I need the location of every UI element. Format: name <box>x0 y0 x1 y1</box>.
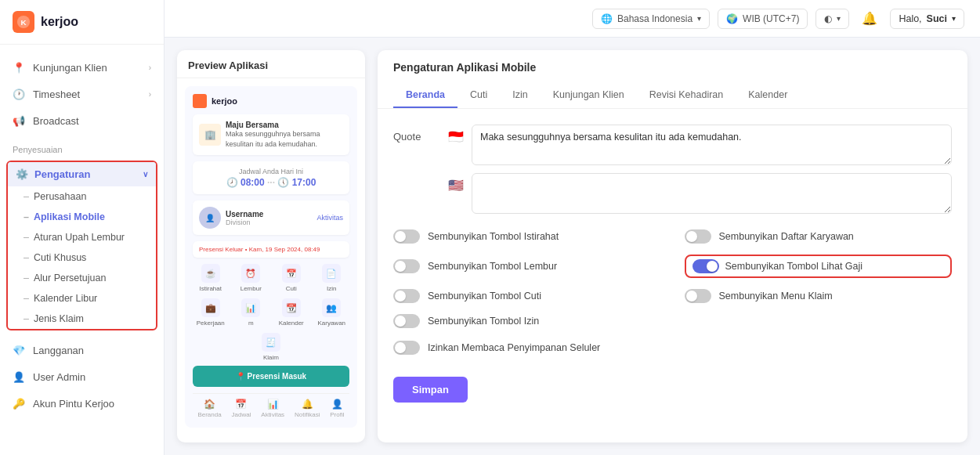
toggle-label: Sembunyikan Menu Klaim <box>719 291 833 302</box>
sidebar-logo: K kerjoo <box>0 0 164 45</box>
sub-item-label: Aturan Upah Lembur <box>34 232 125 243</box>
toggle-label: Sembunyikan Tombol Lihat Gaji <box>725 261 863 272</box>
settings-panel: Pengaturan Aplikasi Mobile Beranda Cuti … <box>378 50 967 442</box>
tab-izin[interactable]: Izin <box>500 83 540 108</box>
menu-label: Istirahat <box>200 285 222 292</box>
tab-kunjungan-klien[interactable]: Kunjungan Klien <box>541 83 637 108</box>
timezone-selector[interactable]: 🌍 WIB (UTC+7) <box>718 9 808 29</box>
bottom-nav-label: Beranda <box>197 411 221 418</box>
sidebar-item-label: Broadcast <box>33 115 79 127</box>
username-text: Suci <box>927 13 947 24</box>
toggle-label: Sembunyikan Tombol Cuti <box>428 291 541 302</box>
bottom-nav-beranda: 🏠 Beranda <box>197 399 221 418</box>
bottom-nav-profil: 👤 Profil <box>330 399 344 418</box>
quote-row-en: 🇺🇸 <box>393 173 952 214</box>
sidebar-item-langganan[interactable]: 💎 Langganan <box>0 337 164 363</box>
svg-text:K: K <box>20 18 27 27</box>
notification-button[interactable]: 🔔 <box>857 6 882 31</box>
klaim-section: 🧾 Klaim <box>193 333 349 361</box>
schedule-label: Jadwal Anda Hari Ini <box>199 168 343 175</box>
id-flag-icon: 🇮🇩 <box>448 129 464 144</box>
sidebar-sub-cuti-khusus[interactable]: Cuti Khusus <box>8 247 156 268</box>
toggle-istirahat-switch[interactable] <box>393 229 420 244</box>
menu-label: Lembur <box>240 285 262 292</box>
preview-banner-content: Maju Bersama Maka sesungguhnya bersama k… <box>226 121 343 149</box>
preview-menu-kalender: 📆 Kalender <box>273 298 309 327</box>
schedule-dots: ··· <box>267 177 277 188</box>
kalender-icon: 📆 <box>282 298 301 317</box>
section-label: Penyesuaian <box>0 139 164 157</box>
toggle-lihat-gaji-switch[interactable] <box>693 259 719 273</box>
sidebar-sub-perusahaan[interactable]: Perusahaan <box>8 186 156 207</box>
phone-preview: kerjoo 🏢 Maju Bersama Maka sesungguhnya … <box>185 86 357 428</box>
preview-aktivitas[interactable]: Aktivitas <box>316 214 343 222</box>
sidebar-sub-kalender-libur[interactable]: Kalender Libur <box>8 288 156 309</box>
location-icon: 📍 <box>13 61 25 74</box>
key-icon: 🔑 <box>13 397 25 410</box>
sidebar-navigation: 📍 Kunjungan Klien › 🕐 Timesheet › 📢 Broa… <box>0 45 164 455</box>
sidebar-item-label: Langganan <box>33 345 84 356</box>
sidebar-item-label: Akun Pintu Kerjoo <box>33 398 114 410</box>
toggle-daftar-karyawan-switch[interactable] <box>685 229 711 244</box>
preview-banner-icon: 🏢 <box>199 124 221 146</box>
en-flag-icon: 🇺🇸 <box>448 178 464 193</box>
chevron-right-icon: › <box>149 90 151 99</box>
preview-menu-istirahat: ☕ Istirahat <box>193 264 229 292</box>
settings-body: Quote 🇮🇩 Maka sesungguhnya bersama kesul… <box>378 109 967 442</box>
toggle-penyimpanan-switch[interactable] <box>393 341 420 355</box>
chevron-down-icon: ∨ <box>143 170 148 179</box>
sidebar-item-timesheet[interactable]: 🕐 Timesheet › <box>0 81 164 107</box>
gear-icon: ⚙️ <box>16 168 28 180</box>
sidebar-sub-alur-persetujuan[interactable]: Alur Persetujuan <box>8 268 156 288</box>
chevron-right-icon: › <box>149 63 151 72</box>
home-icon: 🏠 <box>204 399 215 410</box>
user-menu[interactable]: Halo, Suci ▾ <box>890 9 964 29</box>
preview-menu-absensi: 📊 m <box>233 298 269 327</box>
preview-banner-text: Maka sesungguhnya bersama kesulitan itu … <box>226 129 343 149</box>
sidebar-item-akun-pintu[interactable]: 🔑 Akun Pintu Kerjoo <box>0 390 164 417</box>
bottom-nav-notifikasi: 🔔 Notifikasi <box>295 399 320 418</box>
globe-icon: 🌍 <box>726 13 738 24</box>
tab-revisi-kehadiran[interactable]: Revisi Kehadiran <box>637 83 736 108</box>
checkin-label: Presensi Masuk <box>248 372 307 381</box>
preview-menu-grid-1: ☕ Istirahat ⏰ Lembur 📅 Cuti 📄 <box>193 264 349 292</box>
preview-banner-title: Maju Bersama <box>226 121 343 129</box>
preview-menu-grid-2: 💼 Pekerjaan 📊 m 📆 Kalender 👥 <box>193 298 349 327</box>
toggle-sembunyikan-izin: Sembunyikan Tombol Izin <box>393 314 661 328</box>
toggle-label: Izinkan Membaca Penyimpanan Seluler <box>428 342 600 353</box>
preview-menu-lembur: ⏰ Lembur <box>233 264 269 292</box>
save-button[interactable]: Simpan <box>393 377 468 403</box>
toggle-cuti-switch[interactable] <box>393 289 420 303</box>
penyesuaian-section: Penyesuaian ⚙️ Pengaturan ∨ Perusahaan A… <box>0 139 164 330</box>
settings-tabs: Beranda Cuti Izin Kunjungan Klien Revisi… <box>393 83 952 108</box>
kerjoo-logo-icon: K <box>13 11 34 33</box>
preview-presensi-bar: Presensi Keluar • Kam, 19 Sep 2024, 08:4… <box>193 241 349 258</box>
klaim-icon: 🧾 <box>262 333 280 352</box>
preview-logo-text: kerjoo <box>212 96 237 106</box>
sidebar-sub-aplikasi-mobile[interactable]: Aplikasi Mobile <box>8 207 156 227</box>
toggle-sembunyikan-lembur: Sembunyikan Tombol Lembur <box>393 255 661 278</box>
sidebar-sub-aturan-upah[interactable]: Aturan Upah Lembur <box>8 227 156 247</box>
preview-avatar: 👤 <box>199 207 221 229</box>
sidebar-item-user-admin[interactable]: 👤 User Admin <box>0 363 164 390</box>
bottom-nav-label: Aktivitas <box>261 411 284 418</box>
sidebar-item-kunjungan[interactable]: 📍 Kunjungan Klien › <box>0 54 164 81</box>
sub-item-label: Aplikasi Mobile <box>34 211 105 222</box>
tab-kalender[interactable]: Kalender <box>736 83 800 108</box>
toggle-menu-klaim-switch[interactable] <box>685 289 711 303</box>
quote-id-input[interactable]: Maka sesungguhnya bersama kesulitan itu … <box>472 125 952 165</box>
tab-beranda[interactable]: Beranda <box>393 83 457 108</box>
toggle-label: Sembunyikan Tombol Lembur <box>428 261 557 272</box>
toggle-lembur-switch[interactable] <box>393 259 420 273</box>
tab-cuti[interactable]: Cuti <box>457 83 500 108</box>
sidebar: K kerjoo 📍 Kunjungan Klien › 🕐 Timesheet… <box>0 0 165 455</box>
language-selector[interactable]: 🌐 Bahasa Indonesia ▾ <box>592 9 710 29</box>
sidebar-sub-jenis-klaim[interactable]: Jenis Klaim <box>8 309 156 329</box>
sidebar-item-broadcast[interactable]: 📢 Broadcast <box>0 107 164 134</box>
flag-icon: 🌐 <box>601 13 613 24</box>
theme-toggle[interactable]: ◐ ▾ <box>815 9 849 29</box>
quote-en-input[interactable] <box>472 173 952 214</box>
toggle-izin-switch[interactable] <box>393 314 420 328</box>
preview-checkin-button[interactable]: 📍 Presensi Masuk <box>193 366 349 387</box>
sidebar-item-pengaturan[interactable]: ⚙️ Pengaturan ∨ <box>8 162 156 186</box>
